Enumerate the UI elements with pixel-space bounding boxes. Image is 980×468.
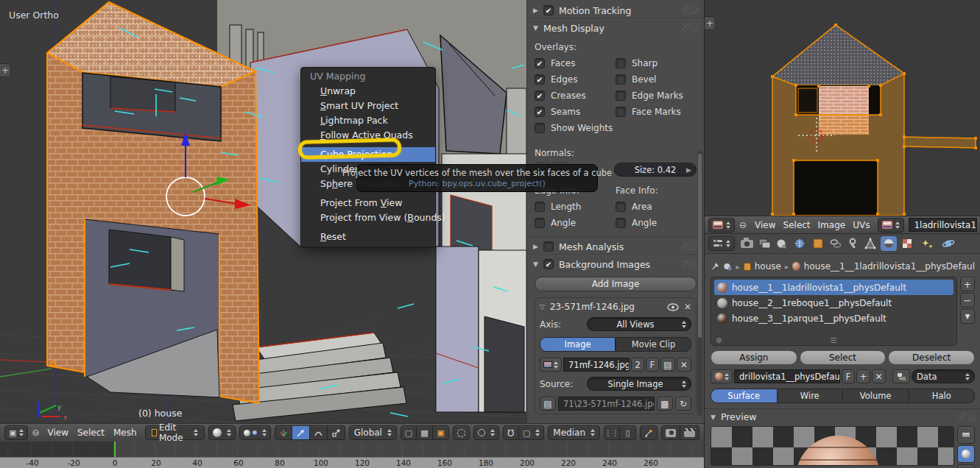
- menu-item-unwrap[interactable]: Unwrap: [301, 84, 435, 99]
- motion-tracking-checkbox[interactable]: ✔: [543, 5, 554, 15]
- menu-item-lightmap-pack[interactable]: Lightmap Pack: [301, 113, 435, 128]
- image-datablock-icon[interactable]: [878, 218, 904, 233]
- menu-item-project-from-view-bounds-[interactable]: Project from View (Bounds): [301, 210, 435, 225]
- menu-uvs[interactable]: UVs: [849, 220, 873, 230]
- checkbox[interactable]: [616, 202, 626, 212]
- menu-image[interactable]: Image: [814, 220, 850, 230]
- image-name-field[interactable]: 71mf-1246.jpg: [563, 358, 630, 372]
- checkbox[interactable]: [616, 107, 626, 117]
- material-slot-row[interactable]: house__1__1ladrillovista1__physDefault: [714, 280, 953, 295]
- uv-layout[interactable]: [705, 0, 980, 216]
- collapse-arrow-icon[interactable]: ▼: [533, 24, 538, 32]
- render-animation-icon[interactable]: [680, 425, 699, 440]
- add-material-button[interactable]: +: [856, 369, 870, 383]
- manipulator-axes-icon[interactable]: [275, 425, 292, 440]
- tab-wire[interactable]: Wire: [778, 389, 844, 403]
- checkbox[interactable]: ✔: [535, 107, 545, 117]
- nodes-icon[interactable]: [892, 369, 910, 383]
- preview-flat-button[interactable]: [957, 426, 975, 444]
- material-specials-button[interactable]: ▼: [960, 309, 975, 324]
- orientation-dropdown[interactable]: Global: [349, 425, 397, 440]
- background-images-checkbox[interactable]: ✔: [543, 259, 554, 269]
- mode-dropdown[interactable]: Edit Mode: [145, 425, 205, 440]
- unlink-icon[interactable]: ✕: [677, 358, 691, 372]
- checkbox[interactable]: [535, 202, 545, 212]
- tab-surface[interactable]: Surface: [711, 389, 778, 403]
- pivot-dropdown[interactable]: [239, 425, 271, 440]
- current-frame-indicator[interactable]: [114, 442, 116, 457]
- editor-type-button[interactable]: [708, 218, 735, 233]
- pack-icon[interactable]: ▩: [657, 397, 673, 411]
- material-slot-row[interactable]: house__2__1reboque1__physDefault: [714, 295, 953, 311]
- timeline-canvas[interactable]: [0, 442, 704, 457]
- collapse-menus-icon[interactable]: ⊖: [32, 428, 39, 438]
- rotate-manipulator-icon[interactable]: [310, 425, 328, 440]
- unpack-icon[interactable]: ▤: [660, 358, 675, 372]
- menu-item-reset[interactable]: Reset: [301, 230, 435, 244]
- region-expand-tab[interactable]: +: [705, 16, 716, 30]
- properties-tab-strip[interactable]: [739, 235, 960, 252]
- uv-image-editor[interactable]: +: [705, 0, 980, 216]
- checkbox[interactable]: ✔: [535, 74, 545, 85]
- file-icon[interactable]: ▤: [540, 397, 556, 411]
- resize-handle-icon[interactable]: ☰: [831, 336, 838, 344]
- menu-item-project-from-view[interactable]: Project From View: [301, 196, 435, 210]
- snap-element-dropdown[interactable]: ▢: [519, 425, 544, 440]
- snap-vertex-icon[interactable]: [453, 425, 470, 440]
- panel-background-images[interactable]: ▼ ✔ Background Images: [527, 256, 704, 272]
- pivot-point-dropdown[interactable]: Median: [548, 425, 600, 440]
- slider-arrow-icon[interactable]: ▶: [686, 166, 691, 174]
- material-slot-row[interactable]: house__3__1parque1__physDefault: [714, 311, 953, 326]
- panel-mesh-display[interactable]: ▼ Mesh Display: [527, 20, 704, 36]
- normals-size-slider[interactable]: Size: 0.42 ▶: [614, 163, 697, 177]
- axis-dropdown[interactable]: All Views: [587, 317, 691, 331]
- fake-user-button[interactable]: F: [842, 369, 855, 383]
- pin-icon[interactable]: [711, 262, 719, 272]
- collapse-arrow-icon[interactable]: ▼: [533, 260, 538, 268]
- panel-grip[interactable]: [682, 5, 699, 15]
- render-border-icon[interactable]: ▯: [620, 425, 636, 440]
- expand-arrow-icon[interactable]: ▶: [533, 7, 538, 14]
- add-slot-icon[interactable]: ⊕: [716, 336, 722, 344]
- assign-button[interactable]: Assign: [711, 350, 797, 365]
- checkbox[interactable]: [616, 218, 626, 228]
- breadcrumb-object[interactable]: house: [755, 261, 781, 272]
- panel-mesh-analysis[interactable]: ▶ Mesh Analysis: [527, 238, 704, 255]
- panel-grip[interactable]: [682, 23, 699, 32]
- unlink-material-icon[interactable]: ✕: [872, 369, 886, 383]
- menu-view[interactable]: View: [43, 428, 72, 438]
- add-image-button[interactable]: Add Image: [535, 277, 697, 291]
- image-path-field[interactable]: 71\23-571mf-1246.jpg: [558, 397, 655, 411]
- scale-manipulator-icon[interactable]: [328, 425, 345, 440]
- checkbox[interactable]: [616, 58, 626, 68]
- image-name-field[interactable]: 1ladrillovista1.jpg: [909, 218, 977, 232]
- data-link-dropdown[interactable]: Data: [912, 369, 975, 383]
- editor-type-button[interactable]: [708, 236, 735, 251]
- checkbox[interactable]: [616, 91, 626, 101]
- source-dropdown[interactable]: Single Image: [587, 377, 691, 391]
- checkbox[interactable]: [616, 74, 626, 85]
- material-name-field[interactable]: drillovista1__physDefault: [734, 369, 840, 383]
- add-material-slot-button[interactable]: +: [960, 277, 975, 291]
- checkbox[interactable]: [535, 218, 545, 228]
- menu-mesh[interactable]: Mesh: [109, 428, 141, 438]
- checkbox[interactable]: [535, 123, 545, 133]
- copy-result-icon[interactable]: [640, 425, 658, 440]
- collapse-arrow-icon[interactable]: ▽: [540, 303, 545, 311]
- eye-icon[interactable]: [667, 303, 679, 311]
- breadcrumb-material[interactable]: house__1__1ladrillovista1__physDefaul: [804, 261, 975, 272]
- snap-magnet-icon[interactable]: Ω: [503, 425, 519, 440]
- tab-halo[interactable]: Halo: [909, 389, 976, 403]
- users-count-button[interactable]: 2: [631, 358, 644, 372]
- deselect-button[interactable]: Deselect: [888, 350, 975, 365]
- select-button[interactable]: Select: [800, 350, 886, 365]
- material-slots-list[interactable]: house__1__1ladrillovista1__physDefaultho…: [711, 277, 957, 346]
- proportional-edit-dropdown[interactable]: [473, 425, 499, 440]
- render-opengl-icon[interactable]: [661, 425, 680, 440]
- tab-image[interactable]: Image: [540, 337, 616, 352]
- tab-volume[interactable]: Volume: [843, 389, 909, 403]
- expand-arrow-icon[interactable]: ▶: [533, 243, 538, 250]
- scrollbar[interactable]: [697, 151, 702, 416]
- reload-icon[interactable]: ↻: [675, 397, 691, 411]
- snap-grid-icon[interactable]: ⋮⋮: [604, 425, 620, 440]
